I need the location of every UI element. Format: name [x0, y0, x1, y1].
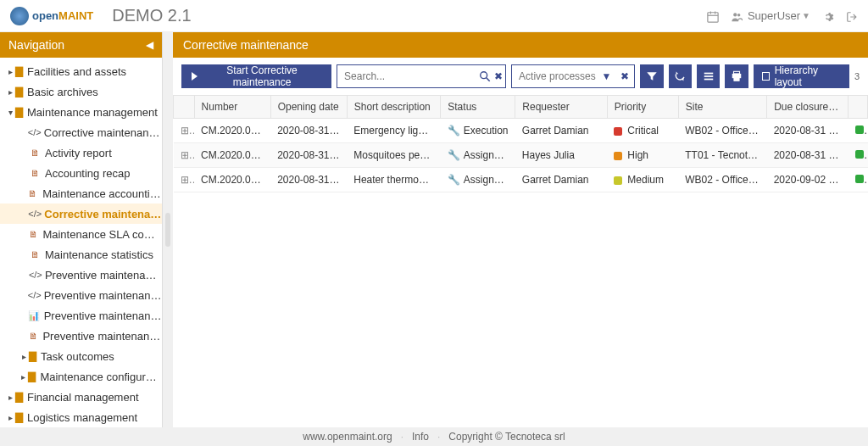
svg-rect-11 [733, 71, 739, 74]
nav-item-label: Preventive maintenance … [42, 330, 162, 343]
cell-due: 2020-09-02 2… [767, 168, 849, 192]
cell-number: CM.2020.0002 [194, 143, 270, 168]
users-icon[interactable] [731, 8, 743, 23]
nav-item[interactable]: 📊Preventive maintenance … [0, 305, 162, 326]
cell-sla [849, 168, 868, 192]
footer-info[interactable]: Info [412, 431, 429, 443]
start-process-button[interactable]: Start Corrective maintenance [181, 64, 331, 88]
navigation-tree: ▸▇Facilities and assets▸▇Basic archives▾… [0, 58, 162, 427]
nav-item[interactable]: ▸▇Task outcomes [0, 346, 162, 366]
cell-due: 2020-08-31 0… [767, 143, 849, 168]
nav-item-label: Preventive maintenance … [44, 289, 162, 302]
column-header[interactable] [174, 96, 195, 119]
nav-item-label: Maintenance statistics [45, 248, 153, 261]
cell-number: CM.2020.0003 [194, 119, 270, 143]
nav-item[interactable]: 🗎Maintenance SLA compli… [0, 224, 162, 244]
gear-icon[interactable] [822, 8, 834, 23]
sla-status-icon [855, 150, 864, 159]
cell-opening: 2020-08-31 0… [270, 119, 347, 143]
expand-row-icon[interactable]: ⊞ [174, 168, 195, 192]
expand-row-icon[interactable]: ⊞ [174, 143, 195, 168]
table-row[interactable]: ⊞CM.2020.00022020-08-31 0…Mosquitoes pes… [174, 143, 868, 168]
column-header[interactable]: Number [194, 96, 270, 119]
checkbox-icon [762, 72, 770, 81]
nav-item[interactable]: </>Preventive maintenance … [0, 285, 162, 305]
brand-part2: MAINT [58, 9, 93, 22]
nav-item[interactable]: </>Corrective maintenance … [0, 122, 162, 142]
nav-item-label: Maintenance accounting … [42, 187, 162, 200]
cell-requester: Hayes Julia [515, 143, 608, 168]
priority-color-icon [614, 176, 622, 185]
cell-priority: High [607, 143, 678, 168]
expand-row-icon[interactable]: ⊞ [174, 119, 195, 143]
calendar-icon[interactable] [707, 8, 719, 23]
filter-button[interactable] [640, 64, 663, 88]
search-input[interactable] [337, 70, 478, 82]
navigation-header: Navigation ◀ [0, 32, 162, 58]
column-header[interactable]: Short description [347, 96, 441, 119]
nav-item-label: Corrective maintenance [44, 208, 162, 220]
nav-item[interactable]: ▸▇Maintenance configurati… [0, 366, 162, 387]
nav-item-label: Task outcomes [41, 350, 114, 363]
start-process-label: Start Corrective maintenance [203, 64, 321, 88]
cell-requester: Garret Damian [515, 119, 608, 143]
nav-item-label: Preventive maintenance … [44, 309, 162, 322]
table-row[interactable]: ⊞CM.2020.00012020-08-31 0…Heater thermos… [174, 168, 868, 192]
column-header[interactable]: Priority [607, 96, 678, 119]
nav-item-label: Activity report [45, 147, 112, 159]
user-menu-caret-icon[interactable]: ▼ [802, 11, 810, 20]
cell-site: WB02 - Office Bui… [678, 119, 766, 143]
nav-item[interactable]: 🗎Maintenance accounting … [0, 183, 162, 203]
nav-item[interactable]: </>Corrective maintenance [0, 203, 162, 224]
column-header[interactable] [849, 96, 868, 119]
list-view-button[interactable] [697, 64, 720, 88]
main-panel: Corrective maintenance Start Corrective … [173, 32, 868, 427]
page-title: DEMO 2.1 [112, 6, 191, 25]
wrench-icon: 🔧 [448, 125, 460, 137]
cell-site: TT01 - Tecnoteca … [678, 143, 766, 168]
column-header[interactable]: Requester [515, 96, 608, 119]
nav-item-label: Maintenance management [27, 106, 158, 119]
nav-item[interactable]: 🗎Activity report [0, 142, 162, 163]
nav-item[interactable]: ▸▇Basic archives [0, 81, 162, 102]
cell-status: 🔧Execution [441, 119, 515, 143]
column-header[interactable]: Site [678, 96, 766, 119]
hierarchy-layout-button[interactable]: Hierarchy layout [754, 64, 849, 88]
column-header[interactable]: Due closure … [767, 96, 849, 119]
table-row[interactable]: ⊞CM.2020.00032020-08-31 0…Emergency ligh… [174, 119, 868, 143]
record-count-value: 3 [854, 71, 860, 81]
cell-number: CM.2020.0001 [194, 168, 270, 192]
priority-color-icon [614, 152, 622, 160]
svg-rect-8 [704, 73, 713, 75]
search-icon[interactable] [478, 70, 492, 83]
status-filter[interactable]: Active processes ▼ ✖ [511, 64, 635, 88]
print-button[interactable] [725, 64, 748, 88]
clear-status-icon[interactable]: ✖ [615, 70, 634, 82]
splitter[interactable] [163, 32, 173, 427]
nav-item[interactable]: ▸▇Financial management [0, 387, 162, 407]
nav-item[interactable]: 🗎Preventive maintenance … [0, 326, 162, 346]
sla-status-icon [855, 125, 864, 134]
column-header[interactable]: Opening date [270, 96, 347, 119]
nav-item[interactable]: ▸▇Logistics management [0, 407, 162, 427]
nav-item[interactable]: 🗎Accounting recap [0, 163, 162, 183]
nav-item[interactable]: ▾▇Maintenance management [0, 102, 162, 122]
clear-search-icon[interactable]: ✖ [492, 70, 505, 82]
current-user[interactable]: SuperUser [748, 9, 800, 22]
logout-icon[interactable] [846, 8, 858, 23]
nav-item[interactable]: </>Preventive maintenance [0, 265, 162, 285]
brand-part1: open [32, 9, 58, 22]
nav-item[interactable]: ▸▇Facilities and assets [0, 61, 162, 81]
app-logo: openMAINT [10, 7, 93, 25]
column-header[interactable]: Status [441, 96, 515, 119]
svg-point-4 [733, 13, 737, 16]
collapse-nav-icon[interactable]: ◀ [146, 39, 153, 51]
cell-requester: Garret Damian [515, 168, 608, 192]
footer-url[interactable]: www.openmaint.org [303, 431, 392, 443]
toolbar: Start Corrective maintenance ✖ Active pr… [173, 58, 868, 95]
refresh-button[interactable] [669, 64, 692, 88]
nav-item[interactable]: 🗎Maintenance statistics [0, 244, 162, 265]
search-box: ✖ [337, 64, 506, 88]
main-header: Corrective maintenance [173, 32, 868, 58]
tree-caret-icon: ▸ [5, 87, 15, 97]
